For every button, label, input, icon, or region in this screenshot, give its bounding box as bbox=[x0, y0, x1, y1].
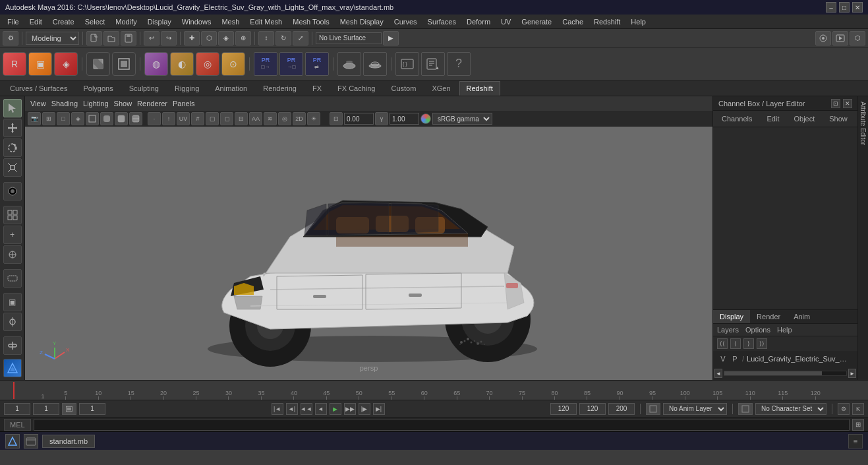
timeline-area[interactable]: 1 5 10 15 20 25 30 35 40 45 50 55 60 65 … bbox=[0, 380, 868, 400]
vp-menu-lighting[interactable]: Lighting bbox=[83, 100, 109, 108]
tab-rigging[interactable]: Rigging bbox=[167, 81, 206, 96]
menu-cache[interactable]: Cache bbox=[558, 16, 588, 27]
shelf-icon-13[interactable]: ▲ bbox=[421, 52, 445, 76]
vp-2d-pan-btn[interactable]: 2D bbox=[293, 112, 306, 125]
move-tool-sidebar[interactable] bbox=[3, 119, 22, 137]
paint-select-button[interactable]: ◈ bbox=[218, 31, 234, 46]
char-set-dropdown[interactable]: No Character Set bbox=[755, 403, 826, 415]
tab-curves-surfaces[interactable]: Curves / Surfaces bbox=[3, 81, 74, 96]
attribute-editor-side-label[interactable]: Attribute Editor bbox=[857, 96, 868, 380]
menu-mesh-display[interactable]: Mesh Display bbox=[335, 16, 388, 27]
tab-fx-caching[interactable]: FX Caching bbox=[330, 81, 382, 96]
vp-smooth[interactable] bbox=[100, 112, 113, 125]
mode-dropdown[interactable]: Modeling Rigging Animation FX Rendering bbox=[26, 32, 79, 45]
prev-key-btn[interactable]: ◄◄ bbox=[301, 403, 312, 415]
taskbar-menu-btn[interactable]: ≡ bbox=[848, 434, 863, 449]
redo-button[interactable]: ↪ bbox=[161, 31, 177, 46]
mel-icon[interactable]: ⊞ bbox=[852, 419, 864, 431]
live-surface-btn[interactable]: ▶ bbox=[383, 31, 399, 46]
help-menu[interactable]: Help bbox=[777, 326, 792, 334]
save-scene-button[interactable] bbox=[121, 31, 136, 46]
go-to-start-btn[interactable]: |◄ bbox=[272, 403, 283, 415]
exposure-value-input[interactable]: 0.00 bbox=[344, 113, 374, 125]
layer-arrow-4[interactable]: ⟩⟩ bbox=[757, 338, 767, 349]
tab-fx[interactable]: FX bbox=[305, 81, 329, 96]
new-scene-button[interactable] bbox=[86, 31, 102, 46]
menu-modify[interactable]: Modify bbox=[111, 16, 141, 27]
go-to-end-btn[interactable]: ▶| bbox=[373, 403, 385, 415]
menu-display[interactable]: Display bbox=[143, 16, 176, 27]
start-frame-input[interactable]: 1 bbox=[4, 403, 30, 415]
step-back-btn[interactable]: ◄| bbox=[286, 403, 298, 415]
menu-edit-mesh[interactable]: Edit Mesh bbox=[245, 16, 287, 27]
lasso-button[interactable]: ⬡ bbox=[201, 31, 217, 46]
scale-tool-sidebar[interactable] bbox=[3, 158, 22, 177]
select-tool-sidebar[interactable] bbox=[3, 99, 22, 117]
shelf-icon-3[interactable]: ◈ bbox=[54, 52, 78, 76]
scale-tool-button[interactable]: ⤢ bbox=[293, 31, 308, 46]
render-view-button[interactable] bbox=[832, 31, 848, 46]
menu-select[interactable]: Select bbox=[80, 16, 110, 27]
vp-camera-btn[interactable]: 📷 bbox=[28, 112, 41, 125]
anim-layer-checkbox[interactable] bbox=[646, 403, 660, 415]
max-frame-input[interactable]: 200 bbox=[608, 403, 635, 415]
tab-sculpting[interactable]: Sculpting bbox=[122, 81, 166, 96]
tab-redshift[interactable]: Redshift bbox=[459, 81, 500, 96]
layer-arrow-3[interactable]: ⟩ bbox=[743, 338, 754, 349]
taskbar-window-1[interactable] bbox=[24, 434, 38, 449]
vp-motion-blur-btn[interactable]: ≋ bbox=[264, 112, 277, 125]
char-set-btn[interactable]: ⚙ bbox=[838, 403, 850, 415]
menu-edit[interactable]: Edit bbox=[25, 16, 47, 27]
shelf-icon-12[interactable]: { } bbox=[395, 52, 419, 76]
vp-hud-btn[interactable]: ⊟ bbox=[235, 112, 248, 125]
vp-shaded[interactable] bbox=[115, 112, 128, 125]
snap-curve-btn[interactable] bbox=[3, 245, 22, 264]
mel-label[interactable]: MEL bbox=[4, 419, 31, 431]
grid-btn[interactable] bbox=[3, 206, 22, 224]
soft-select-btn[interactable] bbox=[3, 182, 22, 201]
shelf-icon-10[interactable] bbox=[337, 52, 361, 76]
vp-menu-show[interactable]: Show bbox=[114, 100, 132, 108]
select-by-name-button[interactable]: ⊕ bbox=[235, 31, 251, 46]
options-menu[interactable]: Options bbox=[745, 326, 770, 334]
shelf-icon-5[interactable] bbox=[112, 52, 136, 76]
menu-deform[interactable]: Deform bbox=[462, 16, 495, 27]
pr-button-3[interactable]: PR⇌ bbox=[305, 52, 329, 76]
vp-shaded-wire[interactable] bbox=[129, 112, 142, 125]
undo-button[interactable]: ↩ bbox=[144, 31, 159, 46]
panel-close-btn[interactable]: ✕ bbox=[843, 99, 852, 108]
render-settings-button[interactable] bbox=[815, 31, 831, 46]
show-hide-btn[interactable] bbox=[3, 313, 22, 331]
vp-menu-shading[interactable]: Shading bbox=[51, 100, 78, 108]
layer-tab-anim[interactable]: Anim bbox=[787, 310, 817, 323]
tab-custom[interactable]: Custom bbox=[384, 81, 424, 96]
tab-animation[interactable]: Animation bbox=[208, 81, 254, 96]
end-key-input[interactable]: 120 bbox=[550, 403, 577, 415]
transform-constraint-btn[interactable] bbox=[3, 336, 22, 355]
panel-float-btn[interactable]: ⊡ bbox=[831, 99, 840, 108]
shelf-icon-7[interactable]: ◐ bbox=[170, 52, 194, 76]
shelf-icon-11[interactable] bbox=[363, 52, 387, 76]
rotate-tool-button[interactable]: ↻ bbox=[275, 31, 291, 46]
anim-layer-dropdown[interactable]: No Anim Layer bbox=[663, 403, 727, 415]
settings-icon[interactable]: ⚙ bbox=[3, 31, 18, 46]
step-fwd-btn[interactable]: |▶ bbox=[359, 403, 370, 415]
layers-menu[interactable]: Layers bbox=[717, 326, 739, 334]
char-set-checkbox[interactable] bbox=[738, 403, 753, 415]
pr-button-2[interactable]: PR→□ bbox=[279, 52, 303, 76]
pr-button-1[interactable]: PR□→ bbox=[254, 52, 277, 76]
layer-arrow-2[interactable]: ⟨ bbox=[730, 338, 741, 349]
shelf-icon-2[interactable]: ▣ bbox=[28, 52, 52, 76]
vp-points-btn[interactable]: · bbox=[148, 112, 161, 125]
menu-uv[interactable]: UV bbox=[496, 16, 515, 27]
auto-key-btn[interactable]: K bbox=[852, 403, 864, 415]
play-fwd-btn[interactable]: ► bbox=[330, 403, 341, 415]
scroll-left-btn[interactable]: ◄ bbox=[714, 369, 722, 378]
scroll-right-btn[interactable]: ► bbox=[848, 369, 856, 378]
edit-tab[interactable]: Edit bbox=[761, 113, 785, 125]
menu-mesh[interactable]: Mesh bbox=[217, 16, 244, 27]
menu-surfaces[interactable]: Surfaces bbox=[423, 16, 461, 27]
end-frame-input[interactable]: 120 bbox=[579, 403, 606, 415]
hypershade-button[interactable]: ⬡ bbox=[850, 31, 865, 46]
layer-tab-display[interactable]: Display bbox=[713, 310, 750, 323]
